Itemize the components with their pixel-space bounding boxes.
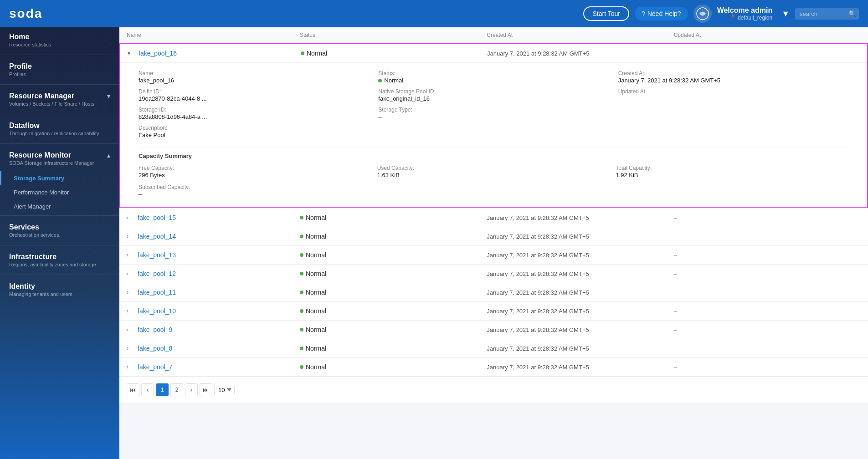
search-icon[interactable]: 🔍 xyxy=(848,10,856,17)
sidebar-item-resource-manager[interactable]: Resource Manager ▾ Volumes / Buckets / F… xyxy=(0,87,119,112)
expand-icon-1: › xyxy=(127,233,134,240)
table-row-main-5[interactable]: › fake_pool_10 Normal January 7, 2021 at… xyxy=(119,302,868,320)
sidebar-item-home[interactable]: Home Resource statistics xyxy=(0,27,119,53)
col-header-created: Created At xyxy=(487,32,673,38)
sidebar-item-performance-monitor[interactable]: Performance Monitor xyxy=(0,185,119,199)
table-row: › fake_pool_13 Normal January 7, 2021 at… xyxy=(119,246,868,265)
next-page-button[interactable]: › xyxy=(185,383,198,396)
table-body: › fake_pool_15 Normal January 7, 2021 at… xyxy=(119,209,868,377)
prev-page-button[interactable]: ‹ xyxy=(141,383,154,396)
table-row-main-3[interactable]: › fake_pool_12 Normal January 7, 2021 at… xyxy=(119,265,868,283)
status-dot-6 xyxy=(300,328,303,332)
main-layout: Home Resource statistics Profile Profile… xyxy=(0,27,868,459)
user-info: Welcome admin 📍 default_region xyxy=(717,6,773,21)
sidebar-item-storage-summary[interactable]: Storage Summary xyxy=(0,171,119,185)
updated-at-1: – xyxy=(674,233,861,240)
page-size-select[interactable]: 10 20 50 xyxy=(214,385,235,395)
sidebar-item-resource-monitor[interactable]: Resource Monitor ▴ SODA Storage Infrastr… xyxy=(0,146,119,171)
detail-total-capacity: Total Capacity: 1.92 KiB xyxy=(616,165,849,178)
table-row: › fake_pool_12 Normal January 7, 2021 at… xyxy=(119,265,868,283)
table-row-main-8[interactable]: › fake_pool_7 Normal January 7, 2021 at … xyxy=(119,358,868,376)
status-text-2: Normal xyxy=(306,251,326,259)
status-text-8: Normal xyxy=(306,363,326,371)
expand-icon-5: › xyxy=(127,308,134,314)
pool-link-fake_pool_8[interactable]: fake_pool_8 xyxy=(138,345,172,352)
status-text-3: Normal xyxy=(306,270,326,277)
table-row: › fake_pool_8 Normal January 7, 2021 at … xyxy=(119,339,868,358)
status-text-5: Normal xyxy=(306,307,326,315)
start-tour-button[interactable]: Start Tour xyxy=(583,6,629,21)
detail-updated-at: Updated At: – xyxy=(618,88,849,102)
pool-link-fake_pool_9[interactable]: fake_pool_9 xyxy=(138,326,172,333)
detail-native-pool-id: Native Storage Pool ID: fake_original_id… xyxy=(378,88,609,102)
first-page-button[interactable]: ⏮ xyxy=(127,383,139,396)
table-row-main-0[interactable]: › fake_pool_15 Normal January 7, 2021 at… xyxy=(119,209,868,227)
detail-created-at: Created At: January 7, 2021 at 9:28:32 A… xyxy=(618,70,849,84)
table-row: › fake_pool_14 Normal January 7, 2021 at… xyxy=(119,227,868,246)
table-row-main-6[interactable]: › fake_pool_9 Normal January 7, 2021 at … xyxy=(119,321,868,339)
collapse-icon: ▾ xyxy=(128,50,135,56)
sidebar-item-identity[interactable]: Identity Managing tenants and users xyxy=(0,277,119,302)
status-text-6: Normal xyxy=(306,326,326,333)
status-text-1: Normal xyxy=(306,233,326,240)
detail-storage-id: Storage ID: 828a8808-1d96-4a84-a ... xyxy=(139,107,369,120)
last-page-button[interactable]: ⏭ xyxy=(200,383,212,396)
pool-link-16[interactable]: fake_pool_16 xyxy=(139,50,177,57)
status-dot-4 xyxy=(300,291,303,294)
created-at-0: January 7, 2021 at 9:28:32 AM GMT+5 xyxy=(487,214,673,221)
sidebar-item-infrastructure[interactable]: Infrastructure Regions, availability zon… xyxy=(0,247,119,273)
detail-used-capacity: Used Capacity: 1.63 KiB xyxy=(377,165,611,178)
user-region: 📍 default_region xyxy=(717,15,773,21)
updated-at-6: – xyxy=(674,326,861,333)
pool-link-fake_pool_15[interactable]: fake_pool_15 xyxy=(138,214,176,221)
sidebar-item-profile[interactable]: Profile Profiles xyxy=(0,57,119,82)
expanded-row-main[interactable]: ▾ fake_pool_16 Normal January 7, 2021 at… xyxy=(120,44,867,62)
pagination: ⏮ ‹ 1 2 › ⏭ 10 20 50 xyxy=(119,377,868,403)
col-header-status: Status xyxy=(300,32,487,38)
table-row: › fake_pool_10 Normal January 7, 2021 at… xyxy=(119,302,868,321)
header-actions: Start Tour ? Need Help? Welcome admin 📍 … xyxy=(583,5,859,23)
capacity-row: Free Capacity: 296 Bytes Used Capacity: … xyxy=(139,165,849,178)
status-dot-1 xyxy=(300,235,303,238)
resource-monitor-chevron: ▴ xyxy=(107,152,110,159)
pool-link-fake_pool_10[interactable]: fake_pool_10 xyxy=(138,307,176,315)
resource-manager-chevron: ▾ xyxy=(107,92,110,100)
expanded-table-row: ▾ fake_pool_16 Normal January 7, 2021 at… xyxy=(119,43,868,208)
main-content: Name Status Created At Updated At ▾ fake… xyxy=(119,27,868,459)
table-row-main-4[interactable]: › fake_pool_11 Normal January 7, 2021 at… xyxy=(119,283,868,301)
created-at-3: January 7, 2021 at 9:28:32 AM GMT+5 xyxy=(487,270,673,277)
status-text-4: Normal xyxy=(306,289,326,296)
pool-link-fake_pool_12[interactable]: fake_pool_12 xyxy=(138,270,176,277)
pool-link-fake_pool_14[interactable]: fake_pool_14 xyxy=(138,233,176,240)
table-row-main-7[interactable]: › fake_pool_8 Normal January 7, 2021 at … xyxy=(119,339,868,357)
expand-icon-3: › xyxy=(127,270,134,277)
table-header: Name Status Created At Updated At xyxy=(119,27,868,43)
pool-link-fake_pool_11[interactable]: fake_pool_11 xyxy=(138,289,176,296)
expand-icon-7: › xyxy=(127,345,134,352)
sidebar-item-services[interactable]: Services Orchestration services. xyxy=(0,218,119,243)
col-header-updated: Updated At xyxy=(674,32,861,38)
need-help-button[interactable]: ? Need Help? xyxy=(635,7,688,20)
col-header-name: Name xyxy=(127,32,300,38)
created-at-1: January 7, 2021 at 9:28:32 AM GMT+5 xyxy=(487,233,673,240)
pool-link-fake_pool_13[interactable]: fake_pool_13 xyxy=(138,251,176,259)
updated-at-2: – xyxy=(674,252,861,259)
table-row: › fake_pool_7 Normal January 7, 2021 at … xyxy=(119,358,868,377)
page-1-button[interactable]: 1 xyxy=(156,383,169,396)
updated-at-4: – xyxy=(674,289,861,296)
detail-subscribed-capacity: Subscribed Capacity: – xyxy=(139,184,369,198)
expand-icon-2: › xyxy=(127,252,134,258)
user-menu-chevron[interactable]: ▼ xyxy=(781,9,790,19)
pool-link-fake_pool_7[interactable]: fake_pool_7 xyxy=(138,363,172,371)
detail-storage-type: Storage Type: – xyxy=(378,107,609,120)
created-at-7: January 7, 2021 at 9:28:32 AM GMT+5 xyxy=(487,345,673,352)
expand-icon-4: › xyxy=(127,289,134,296)
created-at-6: January 7, 2021 at 9:28:32 AM GMT+5 xyxy=(487,326,673,333)
page-2-button[interactable]: 2 xyxy=(170,383,183,396)
sidebar-item-alert-manager[interactable]: Alert Manager xyxy=(0,199,119,214)
sidebar-item-dataflow[interactable]: Dataflow Through migration / replication… xyxy=(0,116,119,142)
updated-at-3: – xyxy=(674,270,861,277)
table-row-main-1[interactable]: › fake_pool_14 Normal January 7, 2021 at… xyxy=(119,227,868,245)
created-at-2: January 7, 2021 at 9:28:32 AM GMT+5 xyxy=(487,252,673,259)
table-row-main-2[interactable]: › fake_pool_13 Normal January 7, 2021 at… xyxy=(119,246,868,264)
